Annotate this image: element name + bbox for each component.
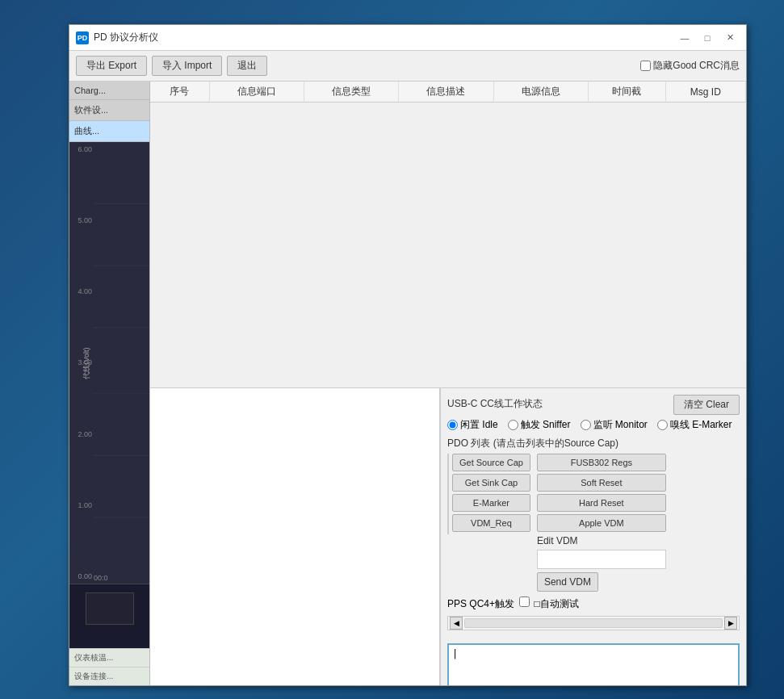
soft-reset-button[interactable]: Soft Reset (537, 474, 666, 492)
mode-idle[interactable]: 闲置 Idle (447, 418, 498, 432)
fusb302-regs-button[interactable]: FUSB302 Regs (537, 454, 666, 471)
chart-grid (94, 142, 149, 584)
toolbar-right: 隐藏Good CRC消息 (640, 59, 740, 73)
small-chart (69, 584, 149, 648)
app-icon: PD (76, 31, 89, 44)
scroll-left-btn[interactable]: ◀ (450, 617, 463, 630)
log-cursor: | (452, 648, 458, 659)
auto-test-label[interactable]: □自动测试 (519, 596, 579, 611)
minimize-button[interactable]: — (675, 30, 694, 46)
col-desc: 信息描述 (399, 82, 493, 103)
hide-crc-checkbox[interactable] (640, 61, 651, 71)
pdo-label: PDO 列表 (请点击列表中的Source Cap) (447, 437, 740, 450)
waveform-area (150, 388, 441, 685)
window-title: PD 协议分析仪 (94, 31, 675, 44)
hide-crc-label[interactable]: 隐藏Good CRC消息 (640, 59, 740, 73)
main-content: Charg... 软件设... 曲线... 6.00 5.00 4.00 3.0… (69, 82, 746, 685)
get-source-cap-button[interactable]: Get Source Cap (452, 454, 530, 471)
title-bar: PD PD 协议分析仪 — □ ✕ (69, 25, 746, 51)
pps-label: PPS QC4+触发 (447, 597, 514, 611)
sidebar-item-software[interactable]: 软件设... (69, 100, 149, 121)
apple-vdm-button[interactable]: Apple VDM (537, 514, 666, 532)
pdo-section: PDO 列表 (请点击列表中的Source Cap) Get Source Ca… (447, 437, 740, 592)
sidebar-info-temp: 仪表核温... (69, 648, 149, 667)
mode-monitor[interactable]: 监听 Monitor (581, 418, 648, 432)
col-time: 时间截 (588, 82, 665, 103)
scrollbar-row: ◀ ▶ (447, 616, 740, 630)
pps-section: PPS QC4+触发 □自动测试 (447, 596, 740, 611)
y-label-3: 3.00 (69, 358, 94, 366)
log-area[interactable]: | (447, 643, 740, 685)
data-table: 序号 信息端口 信息类型 信息描述 电源信息 时间截 Msg ID (150, 82, 746, 103)
col-type: 信息类型 (304, 82, 398, 103)
scroll-right-btn[interactable]: ▶ (724, 617, 737, 630)
y-label-5: 5.00 (69, 216, 94, 224)
auto-test-checkbox[interactable] (519, 596, 530, 607)
send-vdm-button[interactable]: Send VDM (537, 572, 598, 592)
status-row: USB-C CC线工作状态 清空 Clear (447, 395, 740, 415)
sidebar-info-device: 设备连接... (69, 667, 149, 685)
col-msgid: Msg ID (665, 82, 745, 103)
exit-button[interactable]: 退出 (227, 56, 267, 76)
export-button[interactable]: 导出 Export (76, 56, 147, 76)
col-port: 信息端口 (209, 82, 304, 103)
controls-panel: USB-C CC线工作状态 清空 Clear 闲置 Idle 触发 Sniffe… (441, 388, 746, 685)
import-button[interactable]: 导入 Import (152, 56, 222, 76)
mode-sniffer[interactable]: 触发 Sniffer (508, 418, 571, 432)
clear-button[interactable]: 清空 Clear (673, 395, 740, 415)
cc-status-label: USB-C CC线工作状态 (447, 397, 543, 411)
data-table-area: 序号 信息端口 信息类型 信息描述 电源信息 时间截 Msg ID (150, 82, 746, 388)
voltage-chart: 6.00 5.00 4.00 3.00 2.00 1.00 0.00 代线(Vo… (69, 142, 149, 584)
toolbar: 导出 Export 导入 Import 退出 隐藏Good CRC消息 (69, 51, 746, 82)
y-label-4: 4.00 (69, 287, 94, 295)
right-buttons-vdm: FUSB302 Regs Soft Reset Hard Reset Apple… (537, 454, 666, 592)
main-window: PD PD 协议分析仪 — □ ✕ 导出 Export 导入 Import 退出… (69, 24, 747, 686)
mode-emarker[interactable]: 嗅线 E-Marker (657, 418, 732, 432)
hard-reset-button[interactable]: Hard Reset (537, 494, 666, 512)
pdo-list[interactable] (447, 454, 449, 534)
e-marker-button[interactable]: E-Marker (452, 494, 530, 512)
sidebar: Charg... 软件设... 曲线... 6.00 5.00 4.00 3.0… (69, 82, 150, 685)
vdm-input[interactable] (537, 550, 666, 569)
col-seq: 序号 (150, 82, 209, 103)
vdm-section: Edit VDM Send VDM (537, 535, 666, 592)
col-power: 电源信息 (493, 82, 588, 103)
pdo-layout: Get Source Cap Get Sink Cap E-Marker VDM… (447, 454, 740, 592)
right-area: 序号 信息端口 信息类型 信息描述 电源信息 时间截 Msg ID (150, 82, 746, 685)
y-label-1: 1.00 (69, 501, 94, 509)
close-button[interactable]: ✕ (720, 30, 740, 46)
sidebar-item-curve[interactable]: 曲线... (69, 121, 149, 142)
y-label-2: 2.00 (69, 430, 94, 438)
scrollbar-track[interactable] (464, 618, 723, 628)
mode-radio-group: 闲置 Idle 触发 Sniffer 监听 Monitor (447, 418, 740, 432)
x-label: 00:0 (94, 574, 108, 582)
vdm-label: Edit VDM (537, 535, 666, 546)
window-controls: — □ ✕ (675, 30, 740, 46)
cc-status-section: USB-C CC线工作状态 清空 Clear 闲置 Idle 触发 Sniffe… (447, 395, 740, 432)
y-label-6: 6.00 (69, 145, 94, 153)
pdo-buttons: Get Source Cap Get Sink Cap E-Marker VDM… (452, 454, 530, 534)
sidebar-item-charg[interactable]: Charg... (69, 82, 149, 100)
maximize-button[interactable]: □ (698, 30, 717, 46)
right-action-buttons: FUSB302 Regs Soft Reset Hard Reset Apple… (537, 454, 666, 532)
get-sink-cap-button[interactable]: Get Sink Cap (452, 474, 530, 492)
bottom-area: USB-C CC线工作状态 清空 Clear 闲置 Idle 触发 Sniffe… (150, 388, 746, 685)
pdo-left: Get Source Cap Get Sink Cap E-Marker VDM… (447, 454, 530, 534)
vdm-req-button[interactable]: VDM_Req (452, 514, 530, 532)
y-label-0: 0.00 (69, 572, 94, 580)
